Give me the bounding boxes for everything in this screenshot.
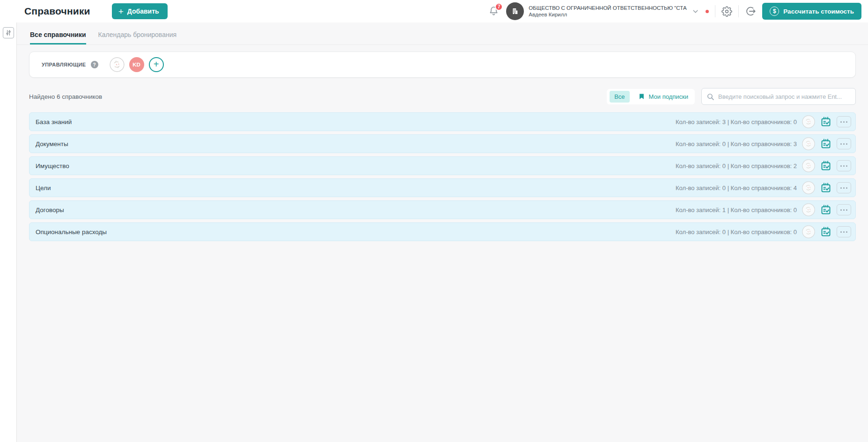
calculate-cost-button[interactable]: $ Рассчитать стоимость [762, 3, 861, 20]
directory-counts: Кол-во записей: 3 | Кол-во справочников:… [676, 118, 797, 125]
building-icon [511, 7, 519, 15]
directory-title: Договоры [36, 206, 64, 214]
gear-icon [721, 6, 732, 17]
managers-panel: УПРАВЛЯЮЩИЕ ? KD + [29, 52, 856, 78]
filter-all-chip[interactable]: Все [610, 91, 629, 103]
add-button[interactable]: + Добавить [112, 3, 168, 19]
search-icon [706, 93, 714, 101]
filters-button[interactable] [3, 27, 14, 38]
records-calendar-icon[interactable] [820, 226, 831, 237]
user-name: Авдеев Кирилл [529, 12, 687, 17]
tab-bar: Все справочники Календарь бронирования [17, 22, 868, 45]
owner-avatar-sketch[interactable] [802, 181, 815, 194]
manager-avatar-sketch[interactable] [110, 57, 125, 72]
search-input[interactable] [718, 93, 851, 100]
directory-title: Документы [36, 140, 68, 147]
directory-title: Имущество [36, 162, 69, 169]
managers-label: УПРАВЛЯЮЩИЕ [42, 62, 86, 67]
records-calendar-icon[interactable] [820, 116, 831, 127]
divider [738, 5, 739, 17]
owner-avatar-sketch[interactable] [802, 159, 815, 172]
more-actions-button[interactable] [837, 160, 851, 171]
plus-icon: + [118, 7, 124, 16]
owner-avatar-sketch[interactable] [802, 203, 815, 216]
more-actions-button[interactable] [837, 204, 851, 215]
main-content: Все справочники Календарь бронирования У… [17, 22, 868, 442]
more-actions-button[interactable] [837, 138, 851, 149]
my-subscriptions-label: Мои подписки [649, 93, 688, 100]
left-rail [0, 22, 17, 442]
account-menu[interactable]: ОБЩЕСТВО С ОГРАНИЧЕННОЙ ОТВЕТСТВЕННОСТЬЮ… [506, 2, 699, 20]
results-count: Найдено 6 справочников [29, 93, 102, 100]
search-box [701, 88, 856, 105]
records-calendar-icon[interactable] [820, 160, 831, 171]
directory-title: Опциональные расходы [36, 228, 107, 236]
calculate-cost-label: Рассчитать стоимость [783, 8, 854, 15]
records-calendar-icon[interactable] [820, 138, 831, 149]
list-item[interactable]: База знаний Кол-во записей: 3 | Кол-во с… [29, 112, 856, 131]
notifications-button[interactable]: 7 [488, 5, 500, 17]
manager-avatar-kd[interactable]: KD [129, 57, 144, 72]
more-actions-button[interactable] [837, 116, 851, 127]
list-item[interactable]: Цели Кол-во записей: 0 | Кол-во справочн… [29, 178, 856, 197]
filter-segment: Все Мои подписки [607, 89, 695, 104]
directories-list: База знаний Кол-во записей: 3 | Кол-во с… [29, 112, 856, 241]
organization-avatar [506, 2, 524, 20]
more-actions-button[interactable] [837, 182, 851, 193]
page-title: Справочники [24, 6, 90, 17]
logout-button[interactable] [745, 6, 756, 17]
sliders-icon [5, 29, 12, 36]
tab-all-directories[interactable]: Все справочники [30, 31, 86, 44]
tab-booking-calendar[interactable]: Календарь бронирования [98, 31, 177, 44]
app-header: Справочники + Добавить 7 [0, 0, 868, 22]
chevron-down-icon[interactable] [691, 7, 699, 15]
list-item[interactable]: Документы Кол-во записей: 0 | Кол-во спр… [29, 134, 856, 153]
directory-title: Цели [36, 184, 51, 192]
add-manager-button[interactable]: + [149, 57, 164, 72]
directory-counts: Кол-во записей: 0 | Кол-во справочников:… [676, 162, 797, 169]
owner-avatar-sketch[interactable] [802, 137, 815, 150]
records-calendar-icon[interactable] [820, 204, 831, 215]
divider [715, 5, 715, 17]
list-toolbar: Найдено 6 справочников Все Мои подписки [29, 88, 856, 105]
owner-avatar-sketch[interactable] [802, 115, 815, 128]
bookmark-icon [638, 93, 645, 100]
settings-button[interactable] [721, 6, 732, 17]
logout-icon [745, 6, 756, 17]
directory-counts: Кол-во записей: 0 | Кол-во справочников:… [676, 140, 797, 147]
add-button-label: Добавить [127, 7, 159, 15]
list-item[interactable]: Договоры Кол-во записей: 1 | Кол-во спра… [29, 200, 856, 219]
organization-name: ОБЩЕСТВО С ОГРАНИЧЕННОЙ ОТВЕТСТВЕННОСТЬЮ… [529, 5, 687, 11]
my-subscriptions-button[interactable]: Мои подписки [634, 91, 692, 102]
list-item[interactable]: Опциональные расходы Кол-во записей: 0 |… [29, 222, 856, 241]
records-calendar-icon[interactable] [820, 182, 831, 193]
help-icon[interactable]: ? [91, 61, 98, 68]
notification-badge: 7 [495, 3, 503, 11]
dollar-icon: $ [770, 7, 779, 16]
more-actions-button[interactable] [837, 226, 851, 237]
directory-counts: Кол-во записей: 0 | Кол-во справочников:… [676, 228, 797, 236]
directory-counts: Кол-во записей: 0 | Кол-во справочников:… [676, 184, 797, 192]
status-dot [706, 10, 709, 13]
directory-title: База знаний [36, 118, 72, 125]
directory-counts: Кол-во записей: 1 | Кол-во справочников:… [676, 206, 797, 214]
list-item[interactable]: Имущество Кол-во записей: 0 | Кол-во спр… [29, 156, 856, 175]
owner-avatar-sketch[interactable] [802, 225, 815, 238]
